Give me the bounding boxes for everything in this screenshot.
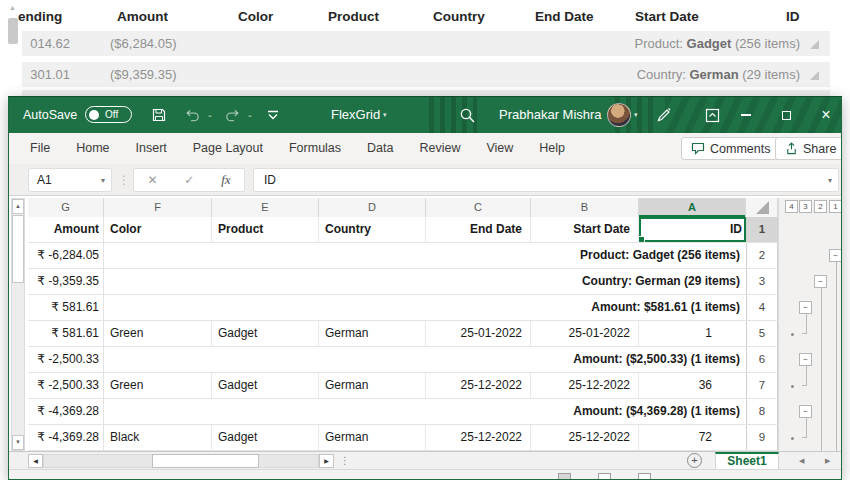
tab-data[interactable]: Data [354, 133, 406, 164]
cell-end-date[interactable]: 25-12-2022 [426, 425, 531, 450]
redo-button[interactable] [221, 97, 243, 133]
cell-country[interactable]: German [319, 321, 426, 346]
scroll-left-icon[interactable]: ◀ [28, 454, 43, 468]
tab-page-layout[interactable]: Page Layout [180, 133, 276, 164]
bg-col-header[interactable]: Color [238, 9, 273, 24]
cell-product[interactable]: Gadget [212, 373, 319, 398]
cell-color[interactable]: Green [104, 373, 212, 398]
cell-E1[interactable]: Product [212, 217, 319, 242]
save-button[interactable] [147, 97, 171, 133]
confirm-entry-button[interactable]: ✓ [184, 173, 194, 187]
col-header-F[interactable]: F [104, 198, 212, 217]
new-sheet-button[interactable]: + [687, 453, 702, 468]
row-header-3[interactable]: 3 [746, 269, 778, 294]
view-page-break-icon[interactable] [638, 473, 651, 480]
collapse-group-button[interactable]: − [799, 301, 812, 314]
cell-amount[interactable]: ₹ -2,500.33 [28, 347, 104, 372]
cancel-entry-button[interactable]: ✕ [147, 173, 157, 187]
document-title[interactable]: FlexGrid [331, 97, 380, 133]
tab-home[interactable]: Home [63, 133, 122, 164]
col-header-E[interactable]: E [212, 198, 319, 217]
outline-level-2-button[interactable]: 2 [814, 200, 827, 213]
name-box[interactable]: A1 ▾ [28, 168, 112, 192]
row-header-2[interactable]: 2 [746, 243, 778, 268]
row-header-9[interactable]: 9 [746, 425, 778, 450]
background-scrollbar-thumb[interactable] [8, 18, 18, 44]
outline-level-4-button[interactable]: 4 [785, 200, 798, 213]
horizontal-scrollbar-thumb[interactable] [152, 454, 259, 468]
vertical-scrollbar-thumb[interactable] [12, 215, 24, 283]
cell-start-date[interactable]: 25-01-2022 [531, 321, 639, 346]
cell-G1[interactable]: Amount [28, 217, 104, 242]
redo-dropdown-icon[interactable]: ⌄ [247, 97, 253, 133]
collapse-group-button[interactable]: − [799, 405, 812, 418]
ink-pen-button[interactable] [651, 97, 677, 133]
maximize-button[interactable] [771, 97, 801, 133]
group-header-cell[interactable]: Product: Gadget (256 items) [104, 243, 746, 268]
title-dropdown-icon[interactable]: ▾ [383, 97, 387, 133]
row-header-6[interactable]: 6 [746, 347, 778, 372]
cell-start-date[interactable]: 25-12-2022 [531, 425, 639, 450]
name-box-dropdown-icon[interactable]: ▾ [101, 176, 105, 185]
bg-col-header[interactable]: Amount [117, 9, 168, 24]
cell-id[interactable]: 36 [639, 373, 746, 398]
formula-input[interactable]: ID ▾ [253, 168, 839, 192]
group-collapse-icon[interactable] [810, 71, 819, 80]
collapse-group-button[interactable]: − [829, 249, 842, 262]
cell-end-date[interactable]: 25-12-2022 [426, 373, 531, 398]
sheet-nav-right-icon[interactable]: ▶ [825, 452, 830, 470]
bg-group-row[interactable]: 014.62 ($6,284.05) Product: Gadget (256 … [22, 31, 830, 56]
tab-help[interactable]: Help [526, 133, 578, 164]
tab-view[interactable]: View [473, 133, 526, 164]
scroll-right-icon[interactable]: ▶ [319, 454, 334, 468]
account-dropdown-icon[interactable]: ▾ [634, 97, 638, 133]
cell-color[interactable]: Black [104, 425, 212, 450]
cell-amount[interactable]: ₹ -4,369.28 [28, 399, 104, 424]
outline-level-3-button[interactable]: 3 [799, 200, 812, 213]
bg-group-row[interactable]: 301.01 ($9,359.35) Country: German (29 i… [22, 62, 830, 87]
bg-col-header[interactable]: Country [433, 9, 485, 24]
cell-F1[interactable]: Color [104, 217, 212, 242]
undo-button[interactable] [181, 97, 203, 133]
col-header-C[interactable]: C [426, 198, 531, 217]
cell-country[interactable]: German [319, 373, 426, 398]
tab-insert[interactable]: Insert [123, 133, 180, 164]
view-normal-icon[interactable] [558, 473, 571, 480]
tab-review[interactable]: Review [406, 133, 473, 164]
ribbon-display-options-button[interactable] [699, 97, 725, 133]
cell-amount[interactable]: ₹ -9,359.35 [28, 269, 104, 294]
col-header-D[interactable]: D [319, 198, 426, 217]
bg-col-header[interactable]: ID [786, 9, 800, 24]
cell-start-date[interactable]: 25-12-2022 [531, 373, 639, 398]
sheet-tab-active[interactable]: Sheet1 [715, 452, 779, 470]
search-button[interactable] [455, 97, 479, 133]
comments-button[interactable]: Comments [681, 137, 780, 160]
row-header-4[interactable]: 4 [746, 295, 778, 320]
col-header-G[interactable]: G [28, 198, 104, 217]
cell-C1[interactable]: End Date [426, 217, 531, 242]
cell-A1-selected[interactable]: ID [639, 217, 746, 242]
col-header-B[interactable]: B [531, 198, 639, 217]
sheet-nav-left-icon[interactable]: ◀ [799, 452, 804, 470]
outline-level-1-button[interactable]: 1 [829, 200, 842, 213]
row-header-5[interactable]: 5 [746, 321, 778, 346]
cell-product[interactable]: Gadget [212, 321, 319, 346]
cell-amount[interactable]: ₹ -6,284.05 [28, 243, 104, 268]
col-header-A[interactable]: A [639, 198, 746, 217]
collapse-group-button[interactable]: − [814, 275, 827, 288]
bg-col-header[interactable]: Start Date [635, 9, 699, 24]
user-name[interactable]: Prabhakar Mishra [499, 97, 602, 133]
bg-col-header[interactable]: Product [328, 9, 379, 24]
customize-quick-access-button[interactable] [263, 97, 283, 133]
cell-B1[interactable]: Start Date [531, 217, 639, 242]
select-all-corner[interactable] [746, 198, 778, 217]
tab-formulas[interactable]: Formulas [276, 133, 354, 164]
undo-dropdown-icon[interactable]: ⌄ [207, 97, 213, 133]
share-button[interactable]: Share [775, 137, 842, 160]
cell-amount[interactable]: ₹ 581.61 [28, 321, 104, 346]
close-button[interactable]: × [811, 97, 841, 133]
group-header-cell[interactable]: Amount: ($2,500.33) (1 items) [104, 347, 746, 372]
group-collapse-icon[interactable] [810, 40, 819, 49]
expand-formula-bar-icon[interactable]: ▾ [828, 176, 832, 185]
cell-end-date[interactable]: 25-01-2022 [426, 321, 531, 346]
